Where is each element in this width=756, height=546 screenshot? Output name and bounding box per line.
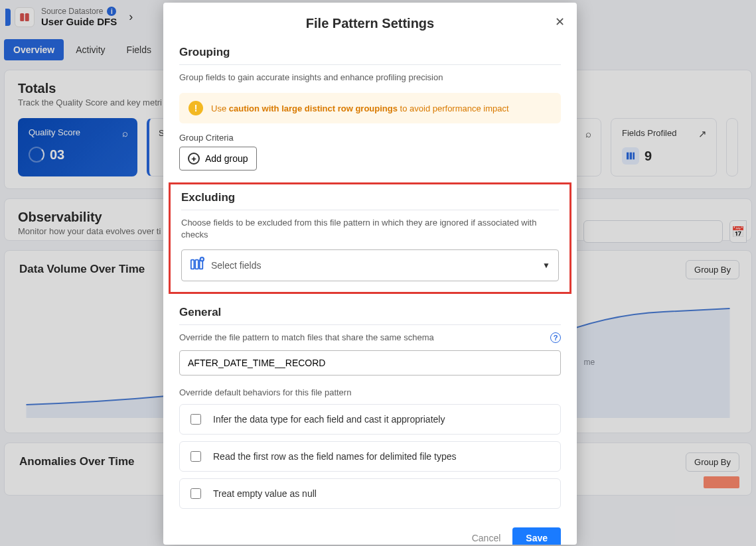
option-first-row-header[interactable]: Read the first row as the field names fo…	[179, 441, 561, 472]
info-icon[interactable]: i	[107, 7, 116, 16]
override-label: Override default behaviors for this file…	[179, 387, 561, 397]
grouping-desc: Group fields to gain accurate insights a…	[179, 72, 561, 84]
svg-rect-2	[627, 153, 629, 160]
anomaly-bar	[704, 476, 739, 488]
svg-rect-5	[191, 259, 194, 269]
label-empty-as-null: Treat empty value as null	[213, 488, 317, 499]
search-icon[interactable]: ⌕	[585, 128, 591, 139]
checkbox-empty-as-null[interactable]	[190, 488, 201, 499]
svg-rect-1	[25, 13, 29, 21]
general-heading: General	[179, 306, 561, 319]
modal-actions: Cancel Save	[179, 527, 561, 545]
add-group-label: Add group	[205, 153, 248, 164]
save-button[interactable]: Save	[512, 527, 561, 545]
grouping-section: Grouping Group fields to gain accurate i…	[179, 46, 561, 171]
search-icon[interactable]: ⌕	[122, 127, 128, 139]
tab-fields[interactable]: Fields	[117, 39, 161, 60]
option-infer-type[interactable]: Infer the data type for each field and c…	[179, 404, 561, 435]
plus-icon: +	[188, 153, 200, 165]
date-range-input[interactable]	[583, 220, 723, 243]
svg-rect-4	[633, 153, 635, 160]
fields-label: Fields Profiled	[622, 128, 706, 138]
calendar-icon[interactable]: 📅	[729, 220, 747, 243]
file-pattern-settings-modal: ✕ File Pattern Settings Grouping Group f…	[163, 3, 577, 545]
breadcrumb-title: User Guide DFS	[41, 16, 117, 27]
card-quality-score[interactable]: Quality Score ⌕ 03	[18, 118, 137, 176]
checkbox-first-row-header[interactable]	[190, 451, 201, 462]
breadcrumb-subtitle: Source Datastore	[41, 7, 103, 16]
label-infer-type: Infer the data type for each field and c…	[213, 414, 445, 425]
select-fields-dropdown[interactable]: Select fields ▼	[181, 249, 559, 281]
excluding-section-highlighted: Excluding Choose fields to be excluded f…	[169, 182, 571, 293]
fields-value: 9	[644, 149, 652, 164]
general-desc: Override the file pattern to match files…	[179, 332, 434, 344]
select-fields-placeholder: Select fields	[211, 260, 261, 271]
label-first-row-header: Read the first row as the field names fo…	[213, 451, 457, 462]
svg-rect-6	[195, 259, 198, 269]
warning-banner: ! Use caution with large distinct row gr…	[179, 93, 561, 123]
group-by-dropdown[interactable]: Group By	[686, 452, 739, 472]
card-edge[interactable]	[726, 118, 738, 176]
group-criteria-label: Group Criteria	[179, 133, 561, 143]
breadcrumb-tag	[5, 9, 11, 26]
option-empty-as-null[interactable]: Treat empty value as null	[179, 478, 561, 509]
external-link-icon[interactable]: ↗	[698, 128, 707, 140]
chevron-right-icon[interactable]: ›	[129, 10, 133, 24]
warning-text: Use caution with large distinct row grou…	[211, 103, 509, 113]
columns-icon	[622, 147, 639, 165]
add-group-button[interactable]: + Add group	[179, 147, 257, 171]
general-section: General Override the file pattern to mat…	[179, 306, 561, 509]
progress-ring-icon	[29, 147, 44, 163]
cancel-button[interactable]: Cancel	[472, 533, 501, 543]
warning-icon: !	[189, 101, 203, 115]
grouping-heading: Grouping	[179, 46, 561, 59]
tab-activity[interactable]: Activity	[66, 39, 114, 60]
checkbox-infer-type[interactable]	[190, 414, 201, 425]
svg-rect-0	[20, 13, 24, 21]
quality-label: Quality Score	[29, 127, 127, 137]
columns-add-icon	[190, 257, 204, 274]
quality-value: 03	[50, 147, 64, 163]
card-fields-profiled[interactable]: Fields Profiled ↗ 9	[611, 118, 717, 176]
modal-title: File Pattern Settings	[179, 16, 561, 31]
help-icon[interactable]: ?	[550, 332, 561, 343]
excluding-heading: Excluding	[181, 191, 559, 204]
chevron-down-icon: ▼	[542, 261, 550, 270]
svg-rect-3	[630, 153, 632, 160]
close-icon[interactable]: ✕	[555, 15, 565, 29]
tab-overview[interactable]: Overview	[4, 39, 64, 60]
group-by-dropdown[interactable]: Group By	[686, 260, 739, 279]
datastore-icon	[15, 7, 35, 27]
excluding-desc: Choose fields to be excluded from this f…	[181, 217, 559, 241]
file-pattern-input[interactable]	[179, 350, 561, 375]
